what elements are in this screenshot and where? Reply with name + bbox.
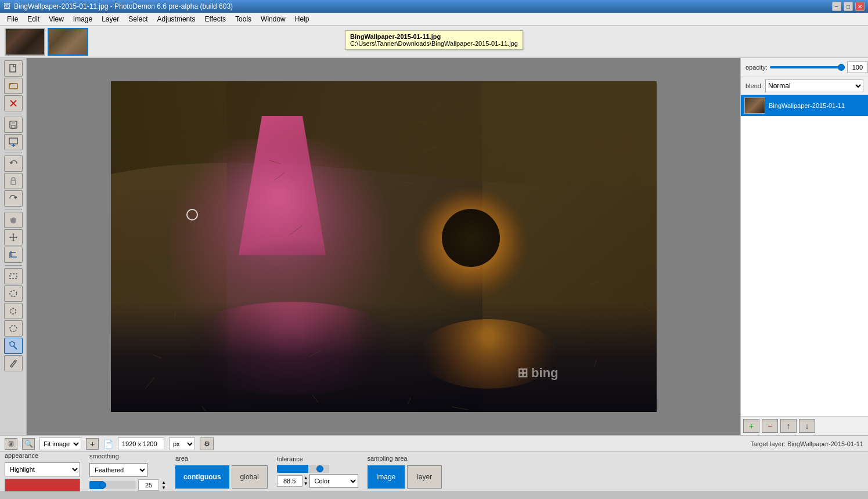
menu-item-edit[interactable]: Edit [23, 13, 44, 25]
delete-layer-button[interactable]: − [762, 419, 778, 433]
main-canvas[interactable] [111, 81, 657, 412]
titlebar: 🖼 BingWallpaper-2015-01-11.jpg - PhotoDe… [0, 0, 868, 13]
titlebar-controls: − □ ✕ [832, 2, 865, 11]
tolerance-slider[interactable] [277, 465, 329, 473]
redo-button[interactable] [4, 190, 23, 207]
menu-item-view[interactable]: View [44, 13, 69, 25]
smoothing-value[interactable] [138, 479, 159, 491]
appearance-group: appearance Highlight Outline None [5, 452, 80, 491]
hand-tool[interactable] [4, 212, 23, 228]
smoothing-select-row: Feathered Hard Antialiased [89, 463, 166, 477]
image-sampling-button[interactable]: image [368, 465, 405, 489]
close-file-button[interactable] [4, 95, 23, 111]
tolerance-down-arrow[interactable]: ▼ [304, 481, 308, 487]
unit-select[interactable]: px cm in mm [169, 437, 195, 450]
svg-line-21 [15, 342, 15, 343]
layer-name: BingWallpaper-2015-01-11 [769, 102, 845, 109]
resolution-display: 1920 x 1200 [118, 437, 164, 450]
smoothing-down-arrow[interactable]: ▼ [161, 485, 166, 490]
tooltip-filename: BingWallpaper-2015-01-11.jpg [350, 33, 518, 40]
main-layout: opacity: blend: Normal Dissolve Multiply… [0, 58, 868, 435]
tooltip-path: C:\Users\Tanner\Downloads\BingWallpaper-… [350, 40, 518, 47]
poly-lasso-tool[interactable] [4, 320, 23, 337]
menu-item-window[interactable]: Window [256, 13, 290, 25]
save-button[interactable] [4, 117, 23, 133]
zoom-out-button[interactable]: 🔍 [22, 438, 35, 450]
move-layer-down-button[interactable]: ↓ [799, 419, 815, 433]
zoom-in-button[interactable]: + [86, 438, 99, 450]
menubar: FileEditViewImageLayerSelectAdjustmentsE… [0, 13, 868, 26]
tolerance-label: tolerance [277, 455, 358, 462]
thumbnail-1[interactable] [5, 28, 45, 56]
maximize-button[interactable]: □ [844, 2, 853, 11]
app-icon: 🖼 [3, 2, 10, 10]
filename-tooltip: BingWallpaper-2015-01-11.jpg C:\Users\Ta… [345, 30, 523, 50]
target-layer-text: Target layer: BingWallpaper-2015-01-11 [750, 440, 863, 447]
sampling-buttons-row: image layer [368, 465, 442, 489]
smoothing-slider-row: ▲ ▼ [89, 479, 166, 491]
bottom-toolbar: appearance Highlight Outline None smooth… [0, 451, 868, 491]
menu-item-effects[interactable]: Effects [200, 13, 230, 25]
svg-point-17 [10, 291, 17, 296]
resolution-text: 1920 x 1200 [122, 440, 157, 447]
menu-item-file[interactable]: File [2, 13, 23, 25]
menu-item-help[interactable]: Help [290, 13, 314, 25]
appearance-row: Highlight Outline None [5, 462, 80, 476]
smoothing-group: smoothing Feathered Hard Antialiased ▲ ▼ [89, 453, 166, 491]
smoothing-select[interactable]: Feathered Hard Antialiased [89, 463, 147, 477]
menu-item-tools[interactable]: Tools [230, 13, 256, 25]
new-file-button[interactable] [4, 60, 23, 77]
sampling-group: sampling area image layer [368, 455, 442, 489]
settings-status-button[interactable]: ⚙ [200, 437, 214, 450]
smoothing-slider[interactable] [89, 481, 136, 489]
global-button[interactable]: global [232, 465, 268, 489]
opacity-value[interactable] [847, 62, 868, 73]
area-buttons-row: contiguous global [175, 465, 268, 489]
minimize-button[interactable]: − [832, 2, 841, 11]
menu-item-adjustments[interactable]: Adjustments [153, 13, 200, 25]
blend-label: blend: [745, 82, 763, 89]
open-file-button[interactable] [4, 78, 23, 94]
blend-row: blend: Normal Dissolve Multiply Screen O… [741, 77, 868, 95]
add-layer-button[interactable]: + [743, 419, 759, 433]
right-panel: opacity: blend: Normal Dissolve Multiply… [740, 58, 868, 435]
smoothing-up-arrow[interactable]: ▲ [161, 480, 166, 485]
titlebar-left: 🖼 BingWallpaper-2015-01-11.jpg - PhotoDe… [3, 2, 233, 10]
tolerance-value[interactable] [277, 475, 302, 487]
magic-wand-tool[interactable] [4, 338, 23, 354]
opacity-slider[interactable] [770, 66, 845, 68]
layer-item[interactable]: BingWallpaper-2015-01-11 [741, 95, 868, 117]
area-label: area [175, 455, 268, 462]
move-tool[interactable] [4, 229, 23, 245]
tolerance-arrows: ▲ ▼ [304, 475, 308, 487]
layer-sampling-button[interactable]: layer [407, 465, 442, 489]
rect-select-tool[interactable] [4, 268, 23, 284]
zoom-select[interactable]: Fit image 100% 50% 200% [39, 437, 81, 450]
fit-zoom-button[interactable]: ⊞ [5, 438, 17, 450]
svg-point-19 [10, 342, 15, 346]
canvas-area[interactable] [27, 58, 740, 435]
thumbnail-2[interactable] [48, 28, 88, 56]
undo-button[interactable] [4, 156, 23, 172]
area-group: area contiguous global [175, 455, 268, 489]
blend-mode-select[interactable]: Normal Dissolve Multiply Screen Overlay [765, 79, 863, 92]
crop-tool[interactable] [4, 247, 23, 263]
pencil-tool[interactable] [4, 355, 23, 371]
appearance-select[interactable]: Highlight Outline None [5, 462, 80, 476]
lasso-tool[interactable] [4, 303, 23, 319]
close-button[interactable]: ✕ [855, 2, 865, 11]
ellipse-select-tool[interactable] [4, 285, 23, 302]
color-swatch[interactable] [5, 479, 80, 491]
menu-item-image[interactable]: Image [69, 13, 97, 25]
svg-rect-7 [9, 138, 17, 144]
move-layer-up-button[interactable]: ↑ [780, 419, 797, 433]
lock-button[interactable] [4, 173, 23, 189]
import-button[interactable] [4, 134, 23, 150]
tolerance-up-arrow[interactable]: ▲ [304, 475, 308, 481]
contiguous-button[interactable]: contiguous [175, 465, 229, 489]
menu-item-select[interactable]: Select [124, 13, 152, 25]
layer-controls: + − ↑ ↓ [741, 416, 868, 435]
svg-line-22 [9, 342, 10, 343]
tolerance-mode-select[interactable]: Color Luminance Composite [309, 474, 358, 488]
menu-item-layer[interactable]: Layer [97, 13, 124, 25]
